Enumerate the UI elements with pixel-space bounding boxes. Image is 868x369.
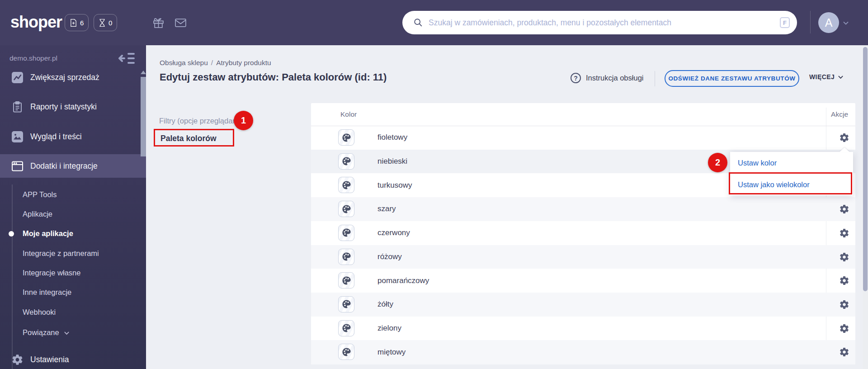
color-name: fioletowy [377, 126, 407, 150]
color-name: pomarańczowy [377, 269, 429, 293]
subitem-label: Aplikacje [23, 210, 52, 218]
sidebar-item-label: Raporty i statystyki [30, 102, 97, 112]
row-actions-gear-icon[interactable] [839, 275, 849, 286]
menu-annotation-box [729, 172, 852, 194]
page-scrollbar-thumb[interactable] [863, 47, 868, 291]
refresh-attributes-button[interactable]: ODŚWIEŻ DANE ZESTAWU ATRYBUTÓW [665, 70, 799, 87]
shoper-logo[interactable]: shoper [10, 13, 62, 32]
sidebar-scrollbar-thumb[interactable] [141, 77, 146, 156]
row-actions-gear-icon[interactable] [839, 252, 849, 262]
palette-icon [338, 129, 354, 146]
sidebar-item-zwiekszaj-sprzedaz[interactable]: Zwiększaj sprzedaż [0, 66, 146, 89]
table-row-rozowy[interactable]: różowy [311, 245, 855, 269]
table-row-czerwony[interactable]: czerwony [311, 221, 855, 245]
sidebar-subitem-app-tools[interactable]: APP Tools [23, 188, 57, 201]
subitem-label: Webhooki [23, 308, 56, 317]
submenu-guide-line [12, 184, 13, 369]
chevron-down-icon [64, 330, 70, 336]
sidebar-item-wyglad-i-tresci[interactable]: Wygląd i treści [0, 125, 146, 148]
row-actions-gear-icon[interactable] [839, 132, 849, 143]
palette-icon [338, 344, 354, 360]
chevron-down-icon [838, 74, 844, 80]
subitem-label: Inne integracje [23, 288, 71, 297]
topbar-divider [810, 11, 811, 33]
sidebar-item-raporty-i-statystyki[interactable]: Raporty i statystyki [0, 95, 146, 118]
menu-item-ustaw-kolor[interactable]: Ustaw kolor [730, 152, 853, 174]
color-name: turkusowy [377, 173, 412, 197]
sidebar-item-dodatki-i-integracje[interactable]: Dodatki i integracje [0, 154, 146, 178]
attributes-table: Kolor Akcje fioletowy niebieski turkusow… [311, 103, 855, 364]
breadcrumb: Obsługa sklepu/Atrybuty produktu [160, 59, 271, 67]
sidebar-scroll-up-arrow[interactable] [141, 71, 146, 74]
table-row-pomaranczowy[interactable]: pomarańczowy [311, 269, 855, 293]
color-name: miętowy [377, 340, 406, 364]
shoper-admin-screen: shoper 6 0 F A [0, 0, 868, 369]
breadcrumb-item-obsluga-sklepu[interactable]: Obsługa sklepu [160, 59, 208, 66]
sidebar-item-ustawienia[interactable]: Ustawienia [0, 348, 146, 369]
drafts-badge[interactable]: 6 [65, 14, 89, 31]
sidebar-subitem-webhooki[interactable]: Webhooki [23, 305, 56, 319]
table-row-mietowy[interactable]: miętowy [311, 340, 855, 364]
menu-caret [840, 147, 849, 152]
palette-icon [338, 153, 354, 170]
selected-filter[interactable]: Paleta kolorów [160, 134, 217, 143]
sidebar-subitem-aplikacje[interactable]: Aplikacje [23, 207, 52, 221]
filters-label: Filtry (opcje przeglądania) [159, 117, 245, 125]
sidebar-item-label: Dodatki i integracje [30, 161, 98, 171]
sidebar-subitem-moje-aplikacje[interactable]: Moje aplikacje [23, 227, 73, 240]
help-label: Instrukcja obsługi [586, 74, 643, 82]
annotation-step-1: 1 [234, 111, 253, 130]
column-header-kolor: Kolor [340, 110, 357, 118]
page-scrollbar[interactable] [863, 45, 868, 369]
help-link[interactable]: ? Instrukcja obsługi [571, 73, 643, 83]
palette-icon [338, 249, 354, 265]
table-row-zolty[interactable]: żółty [311, 293, 855, 317]
row-actions-gear-icon[interactable] [839, 204, 849, 214]
user-avatar[interactable]: A [818, 12, 839, 33]
store-domain: demo.shoper.pl [9, 54, 57, 62]
gear-icon [11, 354, 24, 366]
avatar-chevron-icon[interactable] [843, 20, 849, 26]
more-button[interactable]: WIĘCEJ [809, 73, 844, 80]
trend-chart-icon [11, 71, 24, 84]
row-actions-gear-icon[interactable] [839, 323, 849, 334]
table-row-zielony[interactable]: zielony [311, 317, 855, 341]
mail-icon[interactable] [175, 17, 187, 29]
row-actions-gear-icon[interactable] [839, 299, 849, 310]
search-input[interactable] [429, 18, 780, 28]
hourglass-icon [99, 19, 106, 27]
color-name: czerwony [377, 221, 410, 245]
global-search[interactable]: F [402, 11, 797, 34]
color-name: zielony [377, 317, 401, 341]
table-row-szary[interactable]: szary [311, 197, 855, 221]
annotation-step-2: 2 [708, 153, 727, 172]
sidebar-subitem-powiazane[interactable]: Powiązane [23, 326, 70, 339]
topbar: shoper 6 0 F A [0, 0, 868, 45]
breadcrumb-item-atrybuty-produktu[interactable]: Atrybuty produktu [216, 59, 271, 66]
color-name: szary [377, 197, 396, 221]
subitem-label: Integracje z partnerami [23, 249, 99, 258]
palette-icon [338, 201, 354, 217]
row-actions-gear-icon[interactable] [839, 347, 849, 357]
subitem-label: Moje aplikacje [23, 229, 73, 238]
row-actions-gear-icon[interactable] [839, 228, 849, 238]
gift-icon[interactable] [152, 17, 165, 29]
sidebar-subitem-integracje-wlasne[interactable]: Integracje własne [23, 266, 80, 279]
color-name: żółty [377, 293, 393, 317]
palette-icon [338, 296, 354, 312]
collapse-sidebar-icon[interactable] [118, 51, 137, 66]
palette-icon [338, 272, 354, 289]
pending-count: 0 [108, 19, 112, 27]
sidebar-item-label: Wygląd i treści [30, 132, 82, 142]
subitem-label: APP Tools [23, 190, 57, 199]
sidebar-subitem-integracje-z-partnerami[interactable]: Integracje z partnerami [23, 246, 99, 260]
sidebar-subitem-inne-integracje[interactable]: Inne integracje [23, 285, 71, 299]
subitem-label: Powiązane [23, 328, 59, 337]
drafts-count: 6 [80, 19, 84, 27]
column-header-akcje: Akcje [831, 110, 848, 118]
pending-badge[interactable]: 0 [94, 14, 117, 31]
table-row-fioletowy[interactable]: fioletowy [311, 126, 855, 150]
color-name: różowy [377, 245, 402, 269]
active-submenu-dot [9, 231, 14, 237]
breadcrumb-separator: / [208, 59, 216, 66]
